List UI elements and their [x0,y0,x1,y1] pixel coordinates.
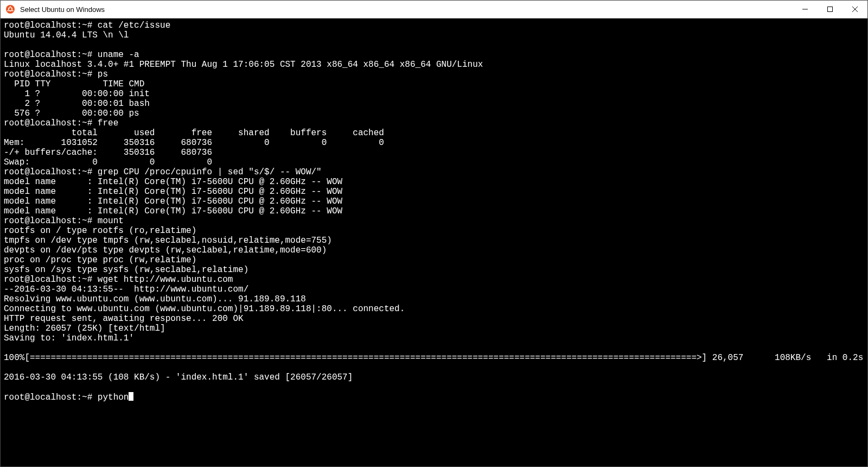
terminal-line [4,40,864,50]
terminal-line: root@localhost:~# uname -a [4,50,864,60]
terminal-line: 100%[===================================… [4,353,864,363]
terminal-line: Saving to: 'index.html.1' [4,333,864,343]
terminal-line: model name : Intel(R) Core(TM) i7-5600U … [4,187,864,197]
console-window: Select Ubuntu on Windows root@localhost:… [0,0,868,467]
terminal-line: sysfs on /sys type sysfs (rw,seclabel,re… [4,265,864,275]
terminal-line: root@localhost:~# grep CPU /proc/cpuinfo… [4,167,864,177]
terminal-line: root@localhost:~# mount [4,216,864,226]
titlebar[interactable]: Select Ubuntu on Windows [1,1,867,18]
terminal-line: 2016-03-30 04:13:55 (108 KB/s) - 'index.… [4,373,864,382]
svg-point-2 [10,6,11,8]
terminal-line: -/+ buffers/cache: 350316 680736 [4,148,864,157]
terminal-line: PID TTY TIME CMD [4,79,864,89]
maximize-button[interactable] [818,1,843,18]
svg-point-4 [12,10,14,11]
terminal-line: Ubuntu 14.04.4 LTS \n \l [4,30,864,40]
ubuntu-icon [6,5,15,14]
terminal-line: rootfs on / type rootfs (ro,relatime) [4,226,864,236]
terminal-line: model name : Intel(R) Core(TM) i7-5600U … [4,197,864,206]
terminal-line: tmpfs on /dev type tmpfs (rw,seclabel,no… [4,236,864,245]
terminal-area[interactable]: root@localhost:~# cat /etc/issueUbuntu 1… [1,18,867,466]
terminal-line: Linux localhost 3.4.0+ #1 PREEMPT Thu Au… [4,60,864,70]
terminal-line: Mem: 1031052 350316 680736 0 0 0 [4,138,864,148]
terminal-line: 2 ? 00:00:01 bash [4,99,864,109]
terminal-line: proc on /proc type proc (rw,relatime) [4,255,864,265]
prompt-text: root@localhost:~# python [4,393,129,402]
terminal-line: Swap: 0 0 0 [4,157,864,167]
terminal-line [4,343,864,353]
svg-rect-5 [828,7,833,12]
terminal-line: devpts on /dev/pts type devpts (rw,secla… [4,245,864,255]
terminal-line: model name : Intel(R) Core(TM) i7-5600U … [4,177,864,187]
terminal-line: Connecting to www.ubuntu.com (www.ubuntu… [4,304,864,314]
terminal-prompt-line[interactable]: root@localhost:~# python [4,392,864,402]
terminal-line: root@localhost:~# wget http://www.ubuntu… [4,275,864,285]
svg-point-3 [7,10,9,11]
terminal-line: model name : Intel(R) Core(TM) i7-5600U … [4,206,864,216]
minimize-button[interactable] [793,1,818,18]
terminal-line: root@localhost:~# ps [4,70,864,79]
terminal-line [4,382,864,392]
terminal-line: Length: 26057 (25K) [text/html] [4,324,864,333]
terminal-line: --2016-03-30 04:13:55-- http://www.ubunt… [4,285,864,294]
terminal-line [4,363,864,373]
terminal-line: 1 ? 00:00:00 init [4,89,864,99]
terminal-line: 576 ? 00:00:00 ps [4,109,864,118]
terminal-line: root@localhost:~# free [4,118,864,128]
terminal-line: Resolving www.ubuntu.com (www.ubuntu.com… [4,294,864,304]
close-button[interactable] [843,1,867,18]
cursor [129,392,133,401]
terminal-line: total used free shared buffers cached [4,128,864,138]
terminal-line: root@localhost:~# cat /etc/issue [4,21,864,30]
terminal-line: HTTP request sent, awaiting response... … [4,314,864,324]
window-title: Select Ubuntu on Windows [19,5,793,14]
